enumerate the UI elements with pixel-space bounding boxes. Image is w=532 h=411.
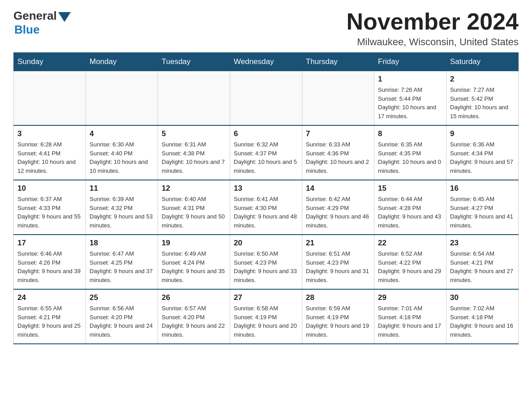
day-info: Sunrise: 6:44 AM Sunset: 4:28 PM Dayligh… bbox=[378, 195, 442, 230]
calendar-cell-w2-d3: 5Sunrise: 6:31 AM Sunset: 4:38 PM Daylig… bbox=[158, 125, 230, 180]
calendar-cell-w4-d5: 21Sunrise: 6:51 AM Sunset: 4:23 PM Dayli… bbox=[302, 235, 374, 289]
weekday-header-saturday: Saturday bbox=[446, 53, 519, 71]
calendar-cell-w1-d6: 1Sunrise: 7:26 AM Sunset: 5:44 PM Daylig… bbox=[374, 71, 446, 126]
week-row-5: 24Sunrise: 6:55 AM Sunset: 4:21 PM Dayli… bbox=[14, 289, 519, 344]
day-number: 28 bbox=[306, 293, 370, 302]
calendar-cell-w3-d6: 15Sunrise: 6:44 AM Sunset: 4:28 PM Dayli… bbox=[374, 180, 446, 235]
day-info: Sunrise: 6:49 AM Sunset: 4:24 PM Dayligh… bbox=[162, 249, 226, 284]
calendar-cell-w1-d4 bbox=[230, 71, 302, 126]
day-number: 16 bbox=[450, 184, 515, 193]
day-info: Sunrise: 6:47 AM Sunset: 4:25 PM Dayligh… bbox=[90, 249, 154, 284]
calendar-cell-w4-d3: 19Sunrise: 6:49 AM Sunset: 4:24 PM Dayli… bbox=[158, 235, 230, 289]
day-number: 10 bbox=[17, 184, 82, 193]
logo-triangle-icon bbox=[58, 12, 71, 22]
day-info: Sunrise: 6:59 AM Sunset: 4:19 PM Dayligh… bbox=[306, 304, 370, 339]
day-number: 22 bbox=[378, 239, 442, 248]
location-text: Milwaukee, Wisconsin, United States bbox=[347, 36, 519, 48]
weekday-header-row: SundayMondayTuesdayWednesdayThursdayFrid… bbox=[14, 53, 519, 71]
week-row-1: 1Sunrise: 7:26 AM Sunset: 5:44 PM Daylig… bbox=[14, 71, 519, 126]
day-info: Sunrise: 6:46 AM Sunset: 4:26 PM Dayligh… bbox=[17, 249, 82, 284]
day-info: Sunrise: 6:50 AM Sunset: 4:23 PM Dayligh… bbox=[234, 249, 298, 284]
week-row-4: 17Sunrise: 6:46 AM Sunset: 4:26 PM Dayli… bbox=[14, 235, 519, 289]
day-number: 8 bbox=[378, 129, 442, 138]
calendar-cell-w3-d2: 11Sunrise: 6:39 AM Sunset: 4:32 PM Dayli… bbox=[86, 180, 158, 235]
day-info: Sunrise: 6:55 AM Sunset: 4:21 PM Dayligh… bbox=[17, 304, 82, 339]
day-number: 13 bbox=[234, 184, 298, 193]
calendar-cell-w5-d3: 26Sunrise: 6:57 AM Sunset: 4:20 PM Dayli… bbox=[158, 289, 230, 344]
day-info: Sunrise: 6:52 AM Sunset: 4:22 PM Dayligh… bbox=[378, 249, 442, 284]
calendar-cell-w4-d6: 22Sunrise: 6:52 AM Sunset: 4:22 PM Dayli… bbox=[374, 235, 446, 289]
logo-blue-text: Blue bbox=[14, 23, 39, 37]
day-info: Sunrise: 6:56 AM Sunset: 4:20 PM Dayligh… bbox=[90, 304, 154, 339]
page-header: General Blue November 2024 Milwaukee, Wi… bbox=[13, 9, 519, 48]
calendar-header: SundayMondayTuesdayWednesdayThursdayFrid… bbox=[14, 53, 519, 71]
weekday-header-monday: Monday bbox=[86, 53, 158, 71]
day-info: Sunrise: 6:30 AM Sunset: 4:40 PM Dayligh… bbox=[90, 140, 154, 175]
calendar-body: 1Sunrise: 7:26 AM Sunset: 5:44 PM Daylig… bbox=[14, 71, 519, 344]
day-number: 18 bbox=[90, 239, 154, 248]
calendar-cell-w1-d2 bbox=[86, 71, 158, 126]
day-info: Sunrise: 6:39 AM Sunset: 4:32 PM Dayligh… bbox=[90, 195, 154, 230]
calendar-cell-w2-d7: 9Sunrise: 6:36 AM Sunset: 4:34 PM Daylig… bbox=[446, 125, 519, 180]
day-info: Sunrise: 6:28 AM Sunset: 4:41 PM Dayligh… bbox=[17, 140, 82, 175]
day-number: 5 bbox=[162, 129, 226, 138]
calendar-cell-w3-d5: 14Sunrise: 6:42 AM Sunset: 4:29 PM Dayli… bbox=[302, 180, 374, 235]
day-number: 12 bbox=[162, 184, 226, 193]
day-info: Sunrise: 6:45 AM Sunset: 4:27 PM Dayligh… bbox=[450, 195, 515, 230]
logo: General Blue bbox=[13, 9, 71, 37]
calendar-cell-w2-d5: 7Sunrise: 6:33 AM Sunset: 4:36 PM Daylig… bbox=[302, 125, 374, 180]
day-number: 15 bbox=[378, 184, 442, 193]
calendar-cell-w3-d1: 10Sunrise: 6:37 AM Sunset: 4:33 PM Dayli… bbox=[14, 180, 86, 235]
weekday-header-friday: Friday bbox=[374, 53, 446, 71]
day-number: 1 bbox=[378, 75, 442, 84]
day-number: 2 bbox=[450, 75, 515, 84]
day-number: 24 bbox=[17, 293, 82, 302]
calendar-cell-w4-d2: 18Sunrise: 6:47 AM Sunset: 4:25 PM Dayli… bbox=[86, 235, 158, 289]
day-number: 19 bbox=[162, 239, 226, 248]
calendar-cell-w1-d7: 2Sunrise: 7:27 AM Sunset: 5:42 PM Daylig… bbox=[446, 71, 519, 126]
day-info: Sunrise: 6:40 AM Sunset: 4:31 PM Dayligh… bbox=[162, 195, 226, 230]
calendar-cell-w2-d1: 3Sunrise: 6:28 AM Sunset: 4:41 PM Daylig… bbox=[14, 125, 86, 180]
day-info: Sunrise: 6:32 AM Sunset: 4:37 PM Dayligh… bbox=[234, 140, 298, 175]
day-number: 11 bbox=[90, 184, 154, 193]
day-info: Sunrise: 6:37 AM Sunset: 4:33 PM Dayligh… bbox=[17, 195, 82, 230]
day-number: 4 bbox=[90, 129, 154, 138]
calendar-cell-w4-d4: 20Sunrise: 6:50 AM Sunset: 4:23 PM Dayli… bbox=[230, 235, 302, 289]
day-number: 7 bbox=[306, 129, 370, 138]
logo-general-text: General bbox=[13, 9, 57, 23]
day-number: 3 bbox=[17, 129, 82, 138]
week-row-3: 10Sunrise: 6:37 AM Sunset: 4:33 PM Dayli… bbox=[14, 180, 519, 235]
calendar-cell-w5-d6: 29Sunrise: 7:01 AM Sunset: 4:18 PM Dayli… bbox=[374, 289, 446, 344]
calendar-cell-w5-d7: 30Sunrise: 7:02 AM Sunset: 4:18 PM Dayli… bbox=[446, 289, 519, 344]
calendar-cell-w5-d5: 28Sunrise: 6:59 AM Sunset: 4:19 PM Dayli… bbox=[302, 289, 374, 344]
day-info: Sunrise: 6:35 AM Sunset: 4:35 PM Dayligh… bbox=[378, 140, 442, 175]
weekday-header-wednesday: Wednesday bbox=[230, 53, 302, 71]
day-number: 27 bbox=[234, 293, 298, 302]
day-info: Sunrise: 6:54 AM Sunset: 4:21 PM Dayligh… bbox=[450, 249, 515, 284]
day-info: Sunrise: 6:51 AM Sunset: 4:23 PM Dayligh… bbox=[306, 249, 370, 284]
day-info: Sunrise: 6:41 AM Sunset: 4:30 PM Dayligh… bbox=[234, 195, 298, 230]
day-info: Sunrise: 7:02 AM Sunset: 4:18 PM Dayligh… bbox=[450, 304, 515, 339]
day-number: 17 bbox=[17, 239, 82, 248]
calendar-cell-w2-d2: 4Sunrise: 6:30 AM Sunset: 4:40 PM Daylig… bbox=[86, 125, 158, 180]
calendar-cell-w5-d2: 25Sunrise: 6:56 AM Sunset: 4:20 PM Dayli… bbox=[86, 289, 158, 344]
day-number: 26 bbox=[162, 293, 226, 302]
weekday-header-sunday: Sunday bbox=[14, 53, 86, 71]
day-info: Sunrise: 6:42 AM Sunset: 4:29 PM Dayligh… bbox=[306, 195, 370, 230]
calendar-cell-w1-d5 bbox=[302, 71, 374, 126]
calendar-cell-w4-d7: 23Sunrise: 6:54 AM Sunset: 4:21 PM Dayli… bbox=[446, 235, 519, 289]
calendar-cell-w3-d7: 16Sunrise: 6:45 AM Sunset: 4:27 PM Dayli… bbox=[446, 180, 519, 235]
day-number: 23 bbox=[450, 239, 515, 248]
weekday-header-tuesday: Tuesday bbox=[158, 53, 230, 71]
calendar-cell-w4-d1: 17Sunrise: 6:46 AM Sunset: 4:26 PM Dayli… bbox=[14, 235, 86, 289]
calendar-cell-w3-d4: 13Sunrise: 6:41 AM Sunset: 4:30 PM Dayli… bbox=[230, 180, 302, 235]
day-number: 6 bbox=[234, 129, 298, 138]
month-title: November 2024 bbox=[347, 9, 519, 34]
day-number: 21 bbox=[306, 239, 370, 248]
calendar-cell-w2-d4: 6Sunrise: 6:32 AM Sunset: 4:37 PM Daylig… bbox=[230, 125, 302, 180]
calendar-cell-w3-d3: 12Sunrise: 6:40 AM Sunset: 4:31 PM Dayli… bbox=[158, 180, 230, 235]
day-info: Sunrise: 6:33 AM Sunset: 4:36 PM Dayligh… bbox=[306, 140, 370, 175]
day-info: Sunrise: 6:36 AM Sunset: 4:34 PM Dayligh… bbox=[450, 140, 515, 175]
day-number: 14 bbox=[306, 184, 370, 193]
day-number: 9 bbox=[450, 129, 515, 138]
